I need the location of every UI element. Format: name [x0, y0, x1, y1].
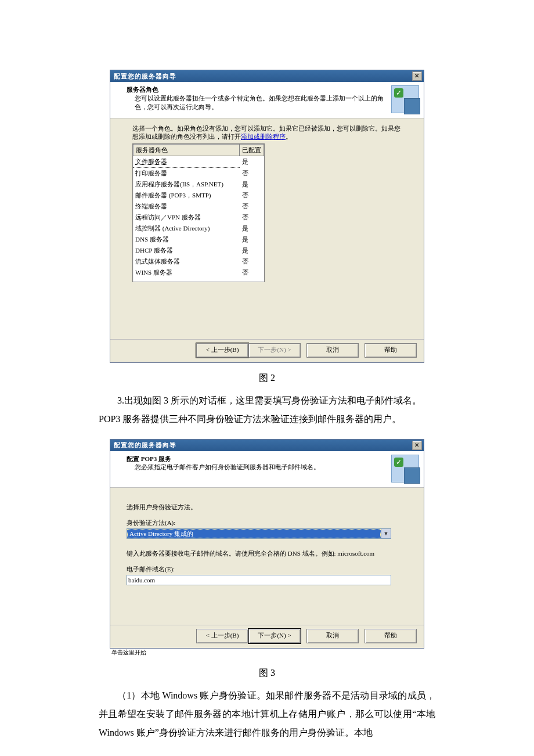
list-item[interactable]: 邮件服务器 (POP3，SMTP)否: [133, 190, 264, 201]
label-auth-method: 身份验证方法(A):: [127, 519, 407, 527]
header-subtitle: 您必须指定电子邮件客户如何身份验证到服务器和电子邮件域名。: [127, 463, 385, 471]
label-domain-hint: 键入此服务器要接收电子邮件的域名。请使用完全合格的 DNS 域名。例如: mic…: [127, 549, 407, 558]
window-title: 配置您的服务器向导: [114, 72, 412, 81]
cancel-button[interactable]: 取消: [306, 343, 359, 358]
next-button: 下一步(N) >: [248, 343, 301, 358]
list-item[interactable]: 流式媒体服务器否: [133, 256, 264, 267]
dialog-server-roles: 配置您的服务器向导 ✕ 服务器角色 您可以设置此服务器担任一个或多个特定角色。如…: [110, 70, 424, 363]
dialog-pop3: 配置您的服务器向导 ✕ 配置 POP3 服务 您必须指定电子邮件客户如何身份验证…: [110, 439, 424, 649]
cancel-button[interactable]: 取消: [306, 629, 359, 643]
window-title: 配置您的服务器向导: [114, 441, 412, 449]
help-button[interactable]: 帮助: [365, 629, 417, 643]
header-subtitle: 您可以设置此服务器担任一个或多个特定角色。如果您想在此服务器上添加一个以上的角色…: [127, 94, 385, 111]
list-item[interactable]: 远程访问／VPN 服务器否: [133, 212, 264, 223]
close-icon[interactable]: ✕: [412, 71, 422, 81]
list-item[interactable]: WINS 服务器否: [133, 267, 264, 278]
header-title: 配置 POP3 服务: [127, 455, 385, 463]
label-email-domain: 电子邮件域名(E):: [127, 565, 407, 574]
list-item[interactable]: 终端服务器否: [133, 201, 264, 212]
list-item[interactable]: 域控制器 (Active Directory)是: [133, 223, 264, 234]
footer-note: 单击这里开始: [109, 649, 435, 658]
paragraph-1: 3.出现如图 3 所示的对话框，这里需要填写身份验证方法和电子邮件域名。POP3…: [99, 391, 435, 429]
email-domain-input[interactable]: [127, 575, 391, 585]
paragraph-2: （1）本地 Windows 账户身份验证。如果邮件服务器不是活动目录域的成员，并…: [99, 686, 435, 742]
chevron-down-icon[interactable]: ▼: [381, 529, 391, 538]
list-item[interactable]: DNS 服务器是: [133, 234, 264, 245]
wizard-icon: ✓: [391, 455, 419, 483]
figure-caption-2: 图 2: [99, 372, 435, 384]
titlebar: 配置您的服务器向导 ✕: [110, 70, 424, 82]
list-item[interactable]: 应用程序服务器(IIS，ASP.NET)是: [133, 179, 264, 190]
wizard-icon: ✓: [391, 85, 419, 113]
titlebar: 配置您的服务器向导 ✕: [110, 440, 424, 451]
add-remove-programs-link[interactable]: 添加或删除程序: [241, 133, 286, 140]
back-button[interactable]: < 上一步(B): [196, 343, 248, 358]
auth-method-select[interactable]: Active Directory 集成的 ▼: [127, 528, 391, 539]
roles-header: 服务器角色 已配置: [133, 144, 264, 156]
column-role[interactable]: 服务器角色: [133, 144, 240, 156]
help-button[interactable]: 帮助: [365, 343, 417, 358]
header-title: 服务器角色: [127, 85, 385, 94]
next-button[interactable]: 下一步(N) >: [248, 629, 301, 643]
roles-listview[interactable]: 服务器角色 已配置 文件服务器是 打印服务器否 应用程序服务器(IIS，ASP.…: [132, 143, 265, 282]
list-item[interactable]: 文件服务器是: [133, 156, 264, 168]
label-choose-method: 选择用户身份验证方法。: [127, 503, 407, 512]
auth-method-value: Active Directory 集成的: [127, 529, 381, 538]
dialog-header: 服务器角色 您可以设置此服务器担任一个或多个特定角色。如果您想在此服务器上添加一…: [110, 82, 424, 118]
instruction-suffix: 。: [286, 133, 292, 140]
list-item[interactable]: DHCP 服务器是: [133, 245, 264, 256]
back-button[interactable]: < 上一步(B): [196, 629, 248, 643]
dialog-header: 配置 POP3 服务 您必须指定电子邮件客户如何身份验证到服务器和电子邮件域名。…: [110, 451, 424, 488]
column-configured[interactable]: 已配置: [240, 144, 264, 156]
close-icon[interactable]: ✕: [412, 441, 422, 450]
list-item[interactable]: 打印服务器否: [133, 168, 264, 179]
figure-caption-3: 图 3: [99, 667, 435, 679]
instruction-text: 选择一个角色。如果角色没有添加，您可以添加它。如果它已经被添加，您可以删除它。如…: [132, 124, 402, 141]
